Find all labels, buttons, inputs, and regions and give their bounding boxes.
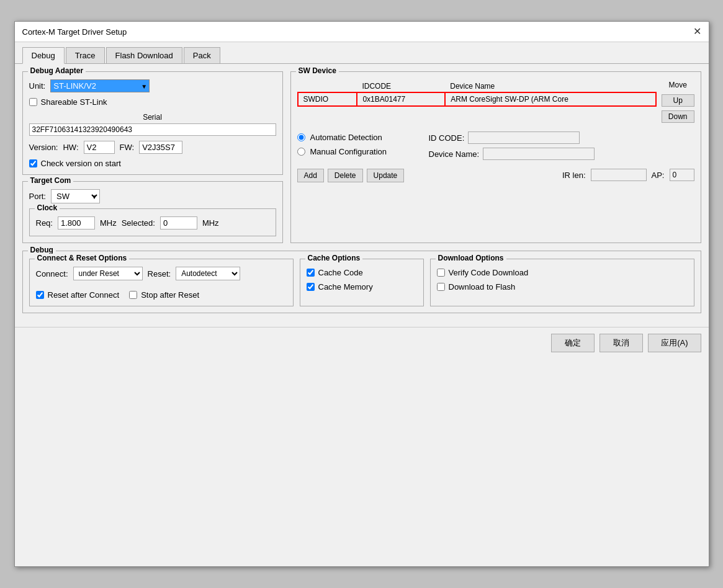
- apply-button[interactable]: 应用(A): [648, 334, 701, 352]
- version-label: Version:: [29, 143, 58, 152]
- port-label: Port:: [29, 192, 46, 201]
- stop-after-checkbox[interactable]: [129, 291, 137, 299]
- version-row: Version: HW: FW:: [29, 141, 276, 154]
- move-up-button[interactable]: Up: [662, 94, 694, 107]
- check-version-checkbox[interactable]: [29, 159, 37, 167]
- sw-main: IDCODE Device Name SWDIO 0x1BA01477 ARM …: [297, 76, 694, 123]
- reset-select[interactable]: Autodetect Software Hardware: [176, 267, 240, 280]
- target-com-group: Target Com Port: SW JTAG ▼ Clock: [22, 181, 283, 243]
- stop-after-label: Stop after Reset: [141, 290, 199, 300]
- verify-label: Verify Code Download: [449, 268, 529, 277]
- close-button[interactable]: ✕: [693, 27, 701, 37]
- device-name-row: Device Name:: [429, 148, 694, 160]
- fw-input[interactable]: [139, 141, 182, 154]
- unit-label: Unit:: [29, 81, 46, 91]
- left-panel: Debug Adapter Unit: ST-LINK/V2 ▼ Shareab…: [22, 71, 283, 243]
- top-panels: Debug Adapter Unit: ST-LINK/V2 ▼ Shareab…: [22, 71, 701, 243]
- clock-label: Clock: [35, 203, 60, 212]
- row-idcode: 0x1BA01477: [357, 92, 445, 106]
- selected-input[interactable]: [160, 216, 197, 229]
- window-title: Cortex-M Target Driver Setup: [22, 27, 127, 37]
- download-flash-checkbox[interactable]: [437, 283, 445, 291]
- ir-len-input[interactable]: [591, 169, 647, 181]
- verify-row: Verify Code Download: [437, 268, 688, 277]
- hw-input[interactable]: [84, 141, 115, 154]
- tab-debug[interactable]: Debug: [22, 47, 65, 64]
- delete-button[interactable]: Delete: [328, 169, 363, 182]
- reset-after-label: Reset after Connect: [48, 290, 120, 300]
- update-button[interactable]: Update: [367, 169, 405, 182]
- auto-detect-radio[interactable]: [297, 133, 305, 141]
- port-row: Port: SW JTAG ▼: [29, 189, 276, 203]
- move-btns: Move Up Down: [662, 81, 694, 123]
- download-options-label: Download Options: [436, 254, 506, 262]
- stop-after-row: Stop after Reset: [129, 290, 199, 300]
- cache-options-group: Cache Options Cache Code Cache Memory: [300, 259, 424, 306]
- debug-adapter-group: Debug Adapter Unit: ST-LINK/V2 ▼ Shareab…: [22, 71, 283, 175]
- footer: 确定 取消 应用(A): [15, 327, 709, 359]
- move-down-button[interactable]: Down: [662, 110, 694, 123]
- device-name-label: Device Name:: [429, 149, 480, 159]
- reset-after-checkbox[interactable]: [36, 291, 44, 299]
- sw-device-group: SW Device IDCODE Device Name: [290, 71, 701, 243]
- verify-checkbox[interactable]: [437, 269, 445, 277]
- auto-detect-label: Automatic Detection: [310, 133, 382, 142]
- mhz1-label: MHz: [100, 218, 117, 228]
- id-code-row: ID CODE:: [429, 131, 694, 144]
- tab-trace[interactable]: Trace: [66, 47, 105, 63]
- ap-label: AP:: [652, 171, 665, 180]
- cache-code-label: Cache Code: [318, 268, 363, 277]
- detection-cols: Automatic Detection Manual Configuration…: [297, 128, 694, 160]
- check-version-row: Check version on start: [29, 159, 276, 168]
- main-content: Debug Adapter Unit: ST-LINK/V2 ▼ Shareab…: [15, 64, 709, 321]
- cache-code-row: Cache Code: [307, 268, 417, 277]
- req-label: Req:: [36, 218, 53, 228]
- shareable-checkbox[interactable]: [29, 98, 37, 106]
- id-code-input[interactable]: [468, 131, 580, 144]
- unit-select[interactable]: ST-LINK/V2: [50, 79, 150, 92]
- move-label: Move: [662, 81, 694, 89]
- cache-memory-row: Cache Memory: [307, 282, 417, 292]
- ir-len-label: IR len:: [562, 171, 586, 180]
- device-name-input[interactable]: [483, 148, 595, 160]
- connect-reset-label: Connect & Reset Options: [35, 254, 130, 262]
- ok-button[interactable]: 确定: [551, 334, 595, 352]
- auto-detect-row: Automatic Detection: [297, 133, 421, 142]
- tab-flash-download[interactable]: Flash Download: [106, 47, 182, 63]
- download-options-group: Download Options Verify Code Download Do…: [430, 259, 694, 306]
- titlebar: Cortex-M Target Driver Setup ✕: [15, 22, 709, 42]
- cancel-button[interactable]: 取消: [600, 334, 643, 352]
- clock-group: Clock Req: MHz Selected: MHz: [29, 208, 276, 236]
- main-window: Cortex-M Target Driver Setup ✕ Debug Tra…: [14, 21, 709, 567]
- cache-code-checkbox[interactable]: [307, 269, 315, 277]
- req-input[interactable]: [58, 216, 95, 229]
- connect-select-wrapper: under Reset Normal: [73, 267, 143, 280]
- cache-options-label: Cache Options: [305, 254, 363, 262]
- detection-right: ID CODE: Device Name:: [429, 128, 694, 160]
- ir-row: IR len: AP:: [562, 169, 694, 181]
- right-panel: SW Device IDCODE Device Name: [290, 71, 701, 243]
- add-button[interactable]: Add: [297, 169, 324, 182]
- unit-select-wrapper: ST-LINK/V2 ▼: [50, 79, 150, 92]
- cache-memory-checkbox[interactable]: [307, 283, 315, 291]
- table-row[interactable]: SWDIO 0x1BA01477 ARM CoreSight SW-DP (AR…: [298, 92, 656, 106]
- shareable-row: Shareable ST-Link: [29, 97, 276, 107]
- check-version-label: Check version on start: [41, 159, 121, 168]
- reset-after-row: Reset after Connect: [36, 290, 120, 300]
- serial-input[interactable]: [29, 123, 276, 136]
- hw-label: HW:: [63, 143, 78, 152]
- reset-select-wrapper: Autodetect Software Hardware: [176, 267, 240, 280]
- clock-row: Req: MHz Selected: MHz: [36, 216, 269, 229]
- action-buttons: Add Delete Update: [297, 169, 405, 182]
- connect-select[interactable]: under Reset Normal: [73, 267, 143, 280]
- detection-left: Automatic Detection Manual Configuration: [297, 128, 421, 160]
- debug-section-group: Debug Connect & Reset Options Connect: u…: [22, 251, 701, 313]
- target-com-label: Target Com: [28, 176, 74, 185]
- unit-row: Unit: ST-LINK/V2 ▼: [29, 79, 276, 92]
- tab-pack[interactable]: Pack: [184, 47, 220, 63]
- sw-table: IDCODE Device Name SWDIO 0x1BA01477 ARM …: [297, 81, 657, 107]
- ap-input[interactable]: [670, 169, 694, 181]
- port-select[interactable]: SW JTAG: [51, 189, 100, 203]
- id-code-label: ID CODE:: [429, 133, 465, 143]
- manual-config-radio[interactable]: [297, 148, 305, 156]
